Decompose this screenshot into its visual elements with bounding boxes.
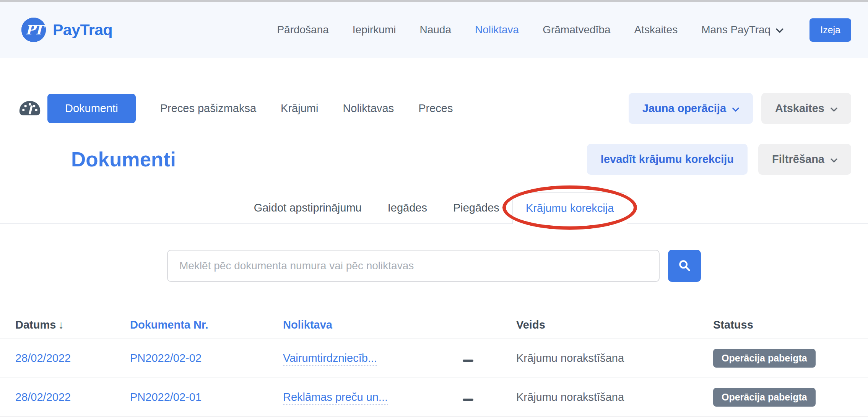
logout-button[interactable]: Izeja — [809, 18, 851, 42]
nav-item-atskaites[interactable]: Atskaites — [634, 24, 678, 36]
nav-item-iepirkumi[interactable]: Iepirkumi — [353, 24, 396, 36]
user-menu-label: Mans PayTraq — [701, 24, 770, 36]
header-dokumenta-nr[interactable]: Dokumenta Nr. — [130, 319, 283, 331]
chevron-down-icon — [776, 24, 783, 36]
cell-doc-nr: PN2022/02-01 — [130, 391, 283, 404]
page-title: Dokumenti — [71, 148, 176, 171]
search-input[interactable] — [167, 250, 660, 282]
nav-item-pardosana[interactable]: Pārdošana — [277, 24, 328, 36]
main-nav: Pārdošana Iepirkumi Nauda Noliktava Grām… — [277, 24, 783, 36]
nav-item-nauda[interactable]: Nauda — [419, 24, 451, 36]
nav-item-gramatvediba[interactable]: Grāmatvedība — [543, 24, 610, 36]
table-row: 28/02/2022 PN2022/02-01 Reklāmas preču u… — [0, 378, 868, 417]
date-link[interactable]: 28/02/2022 — [15, 352, 71, 364]
cell-date: 28/02/2022 — [15, 352, 130, 365]
cell-warehouse: Reklāmas preču un... — [283, 391, 463, 404]
page-head-actions: Ievadīt krājumu korekciju Filtrēšana — [587, 144, 851, 175]
search-button[interactable] — [668, 250, 701, 282]
cell-date: 28/02/2022 — [15, 391, 130, 404]
module-nav: Dokumenti Preces pašizmaksa Krājumi Noli… — [0, 93, 868, 124]
brand-name: PayTraq — [53, 21, 112, 39]
module-items: Dokumenti Preces pašizmaksa Krājumi Noli… — [47, 94, 453, 123]
cell-warehouse: Vairumtirdzniecīb... — [283, 352, 463, 365]
enter-stock-adjustment-button[interactable]: Ievadīt krājumu korekciju — [587, 144, 748, 175]
cell-type: Krājumu norakstīšana — [516, 352, 713, 365]
chevron-down-icon — [831, 102, 837, 115]
warehouse-link[interactable]: Reklāmas preču un... — [283, 391, 388, 405]
type-text: Krājumu norakstīšana — [516, 391, 624, 403]
table-row: 28/02/2022 PN2022/02-02 Vairumtirdzniecī… — [0, 339, 868, 378]
header-statuss: Statuss — [713, 319, 853, 331]
sort-descending-icon: ↓ — [58, 319, 64, 331]
cell-dash — [463, 352, 516, 365]
tab-krajumu-korekcija-label: Krājumu korekcija — [526, 202, 614, 214]
minus-icon — [463, 360, 473, 362]
header-datums[interactable]: Datums↓ — [15, 319, 130, 331]
documents-table: Datums↓ Dokumenta Nr. Noliktava Veids St… — [0, 311, 868, 417]
cell-status: Operācija pabeigta — [713, 349, 853, 368]
top-navbar: PT PayTraq Pārdošana Iepirkumi Nauda Nol… — [0, 2, 868, 58]
dashboard-gauge-icon[interactable] — [18, 100, 41, 117]
module-reports-button[interactable]: Atskaites — [761, 93, 851, 124]
page-head: Dokumenti Ievadīt krājumu korekciju Filt… — [0, 144, 868, 175]
module-item-dokumenti[interactable]: Dokumenti — [47, 94, 136, 123]
tab-gaidot-apstiprinajumu[interactable]: Gaidot apstiprinājumu — [241, 192, 375, 223]
header-datums-label: Datums — [15, 319, 56, 331]
user-menu[interactable]: Mans PayTraq — [701, 24, 783, 36]
paytraq-logo-icon: PT — [21, 18, 46, 42]
cell-dash — [463, 391, 516, 404]
module-reports-label: Atskaites — [775, 102, 824, 115]
document-tabs: Gaidot apstiprinājumu Iegādes Piegādes K… — [0, 192, 868, 224]
status-badge: Operācija pabeigta — [713, 388, 816, 407]
header-veids: Veids — [516, 319, 713, 331]
cell-type: Krājumu norakstīšana — [516, 391, 713, 404]
minus-icon — [463, 399, 473, 401]
chevron-down-icon — [732, 102, 739, 115]
table-header-row: Datums↓ Dokumenta Nr. Noliktava Veids St… — [0, 311, 868, 339]
search-row — [0, 250, 868, 282]
tab-piegades[interactable]: Piegādes — [440, 192, 512, 223]
status-badge: Operācija pabeigta — [713, 349, 816, 368]
cell-doc-nr: PN2022/02-02 — [130, 352, 283, 365]
logo-initials: PT — [26, 22, 42, 37]
document-link[interactable]: PN2022/02-01 — [130, 391, 202, 403]
nav-item-noliktava[interactable]: Noliktava — [475, 24, 519, 36]
document-link[interactable]: PN2022/02-02 — [130, 352, 202, 364]
new-operation-button[interactable]: Jauna operācija — [629, 93, 753, 124]
filter-label: Filtrēšana — [772, 153, 824, 166]
header-noliktava[interactable]: Noliktava — [283, 319, 463, 331]
module-actions: Jauna operācija Atskaites — [629, 93, 851, 124]
chevron-down-icon — [831, 153, 837, 166]
type-text: Krājumu norakstīšana — [516, 352, 624, 364]
tab-iegades[interactable]: Iegādes — [375, 192, 440, 223]
module-item-noliktavas[interactable]: Noliktavas — [343, 102, 394, 115]
brand-logo[interactable]: PT PayTraq — [21, 18, 112, 42]
module-item-preces[interactable]: Preces — [418, 102, 453, 115]
date-link[interactable]: 28/02/2022 — [15, 391, 71, 403]
search-icon — [678, 259, 691, 273]
new-operation-label: Jauna operācija — [642, 102, 726, 115]
filter-button[interactable]: Filtrēšana — [758, 144, 851, 175]
warehouse-link[interactable]: Vairumtirdzniecīb... — [283, 352, 377, 366]
module-item-preces-pasizmaksa[interactable]: Preces pašizmaksa — [160, 102, 256, 115]
tab-krajumu-korekcija[interactable]: Krājumu korekcija — [512, 192, 627, 224]
module-item-krajumi[interactable]: Krājumi — [281, 102, 318, 115]
cell-status: Operācija pabeigta — [713, 388, 853, 407]
